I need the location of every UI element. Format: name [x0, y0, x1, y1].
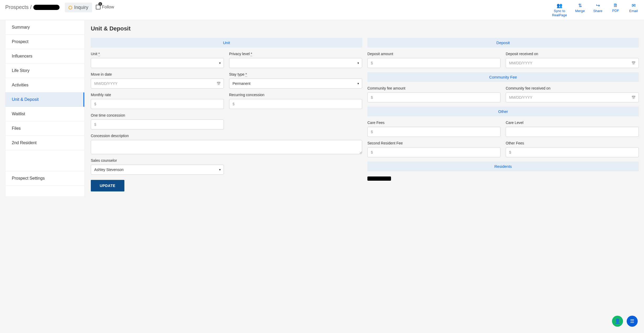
care-level-input[interactable] [506, 127, 639, 137]
label-deposit-received-on: Deposit received on [506, 52, 639, 56]
label-concession-description: Concession description [91, 134, 362, 138]
update-button[interactable]: UPDATE [91, 180, 124, 191]
second-resident-fee-input[interactable] [367, 147, 500, 157]
move-in-date-input[interactable] [91, 79, 224, 89]
label-care-fees: Care Fees [367, 121, 500, 125]
label-one-time-concession: One time concession [91, 113, 224, 117]
breadcrumb-current [33, 5, 60, 10]
label-care-level: Care Level [506, 121, 639, 125]
label-unit: Unit * [91, 52, 224, 56]
sidebar-item-life-story[interactable]: Life Story [6, 64, 84, 78]
status-dot-icon [68, 6, 72, 9]
pdf-icon: 🗎 [613, 3, 618, 8]
sidebar-item-activities[interactable]: Activities [6, 78, 84, 92]
community-fee-received-on-input[interactable] [506, 92, 639, 102]
section-header-community-fee: Community Fee [367, 72, 639, 82]
concession-description-input[interactable] [91, 140, 362, 154]
sidebar-item-prospect-settings[interactable]: Prospect Settings [6, 171, 84, 186]
merge-icon: ⇅ [578, 3, 582, 8]
label-recurring-concession: Recurring concession [229, 93, 362, 97]
section-header-residents: Residents [367, 162, 639, 171]
sidebar-spacer [6, 150, 84, 171]
one-time-concession-input[interactable] [91, 119, 224, 129]
resident-link[interactable] [367, 176, 391, 181]
sidebar-item-2nd-resident[interactable]: 2nd Resident [6, 136, 84, 150]
label-deposit-amount: Deposit amount [367, 52, 500, 56]
label-sales-counselor: Sales counselor [91, 158, 224, 163]
label-second-resident-fee: Second Resident Fee [367, 141, 500, 145]
sync-realpage-button[interactable]: 👥 Sync to RealPage [552, 3, 567, 17]
breadcrumb: Prospects / [5, 4, 60, 10]
status-label: Inquiry [74, 5, 88, 10]
follow-count: 1 [98, 2, 102, 6]
monthly-rate-input[interactable] [91, 99, 224, 109]
deposit-received-on-input[interactable] [506, 58, 639, 68]
merge-label: Merge [575, 9, 585, 13]
deposit-amount-input[interactable] [367, 58, 500, 68]
email-icon: ✉ [632, 3, 636, 8]
label-stay-type: Stay type * [229, 72, 362, 76]
sync-label: Sync to RealPage [552, 9, 567, 17]
label-monthly-rate: Monthly rate [91, 93, 224, 97]
section-header-other: Other [367, 107, 639, 116]
section-header-unit: Unit [91, 38, 362, 48]
sidebar-item-summary[interactable]: Summary [6, 20, 84, 35]
label-community-fee-amount: Community fee amount [367, 86, 500, 90]
other-fees-input[interactable] [506, 147, 639, 157]
stay-type-select[interactable]: Permanent [229, 79, 362, 89]
share-icon: ↪ [596, 3, 600, 8]
status-badge[interactable]: Inquiry [65, 3, 92, 12]
follow-button[interactable]: 1 Follow [96, 3, 114, 9]
unit-select[interactable] [91, 58, 224, 68]
label-other-fees: Other Fees [506, 141, 639, 145]
label-move-in-date: Move in date [91, 72, 224, 76]
sidebar-item-influencers[interactable]: Influencers [6, 49, 84, 64]
label-privacy-level: Privacy level * [229, 52, 362, 56]
sidebar-item-files[interactable]: Files [6, 121, 84, 136]
care-fees-input[interactable] [367, 127, 500, 137]
recurring-concession-input[interactable] [229, 99, 362, 109]
sales-counselor-select[interactable]: Ashley Stevenson [91, 165, 224, 175]
sidebar: Summary Prospect Influencers Life Story … [5, 20, 85, 197]
sidebar-item-unit-deposit[interactable]: Unit & Deposit [6, 92, 84, 107]
pdf-button[interactable]: 🗎 PDF [610, 3, 621, 17]
section-header-deposit: Deposit [367, 38, 639, 48]
email-button[interactable]: ✉ Email [628, 3, 639, 17]
breadcrumb-root[interactable]: Prospects [5, 4, 29, 10]
label-community-fee-received-on: Community fee received on [506, 86, 639, 90]
breadcrumb-sep: / [30, 4, 32, 10]
sync-icon: 👥 [557, 3, 562, 8]
page-title: Unit & Deposit [91, 25, 639, 32]
pdf-label: PDF [612, 9, 619, 13]
privacy-level-select[interactable] [229, 58, 362, 68]
share-label: Share [593, 9, 603, 13]
follow-label: Follow [102, 5, 114, 9]
sidebar-item-prospect[interactable]: Prospect [6, 35, 84, 49]
sidebar-item-waitlist[interactable]: Waitlist [6, 107, 84, 121]
community-fee-amount-input[interactable] [367, 92, 500, 102]
merge-button[interactable]: ⇅ Merge [575, 3, 585, 17]
email-label: Email [629, 9, 638, 13]
share-button[interactable]: ↪ Share [593, 3, 603, 17]
